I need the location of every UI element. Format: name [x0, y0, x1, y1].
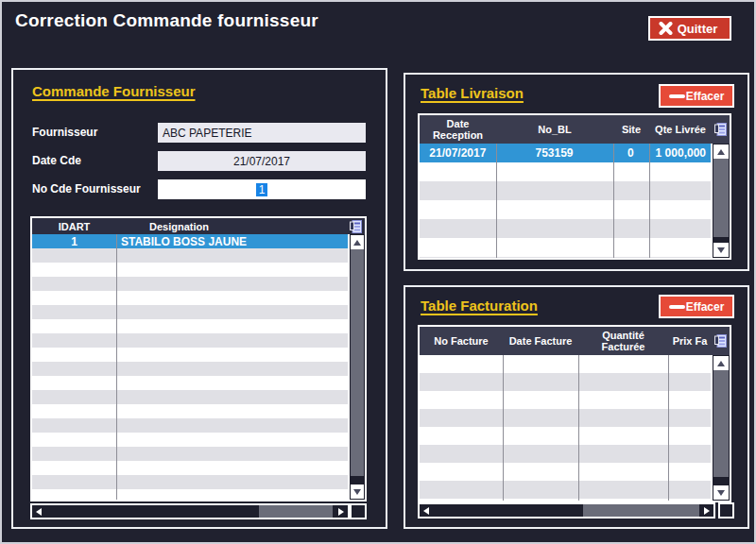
livraison-vertical-scrollbar[interactable]: [711, 144, 730, 258]
arrow-up-icon: [353, 240, 361, 246]
scrollbar-corner: [350, 503, 367, 519]
arrow-right-icon: [338, 508, 344, 516]
scroll-right-button[interactable]: [700, 504, 713, 517]
quit-button[interactable]: Quitter: [648, 16, 731, 41]
scroll-down-button[interactable]: [351, 484, 364, 499]
cell-site: 0: [612, 144, 648, 162]
selected-livraison-row[interactable]: 21/07/2017 753159 0 1 000,000: [420, 144, 711, 162]
commande-table: IDART Designation 1 STABILO BOSS JAUNE: [30, 216, 367, 502]
column-divider: [496, 144, 497, 258]
scroll-left-button[interactable]: [32, 505, 45, 518]
scroll-thumb[interactable]: [583, 504, 699, 517]
no-cde-fournisseur-label: No Cde Fournisseur: [32, 179, 141, 199]
arrow-up-icon: [717, 361, 725, 366]
facturation-horizontal-scrollbar[interactable]: [418, 502, 715, 518]
arrow-left-icon: [36, 508, 42, 516]
commande-horizontal-scrollbar[interactable]: [30, 503, 350, 519]
livraison-table: Date Reception No_BL Site Qte Livrée 21/…: [418, 113, 731, 260]
table-tool-icon[interactable]: [712, 327, 730, 355]
cell-qte-livree: 1 000,000: [648, 144, 711, 162]
facturation-vertical-scrollbar[interactable]: [711, 355, 730, 501]
date-cde-field[interactable]: 21/07/2017: [158, 151, 366, 171]
fournisseur-field[interactable]: ABC PAPETERIE: [158, 123, 366, 143]
column-header-no-bl[interactable]: No_BL: [496, 115, 613, 144]
scrollbar-corner: [718, 502, 734, 518]
selected-article-row[interactable]: 1 STABILO BOSS JAUNE: [32, 234, 348, 248]
scroll-right-button[interactable]: [335, 505, 348, 518]
column-header-idart[interactable]: IDART: [32, 218, 116, 234]
column-divider: [503, 355, 504, 501]
selected-value: 1: [256, 183, 268, 196]
table-livraison-panel: Table Livraison Effacer Date Reception N…: [404, 73, 749, 271]
scroll-thumb[interactable]: [351, 249, 364, 476]
scroll-up-button[interactable]: [713, 356, 729, 370]
scroll-left-button[interactable]: [420, 504, 433, 517]
table-tool-icon[interactable]: [242, 218, 365, 234]
column-divider: [116, 234, 117, 500]
scroll-thumb[interactable]: [713, 370, 729, 477]
column-divider: [578, 355, 579, 501]
commande-table-header: IDART Designation: [32, 218, 365, 234]
livraison-clear-button[interactable]: Effacer: [659, 84, 734, 108]
scroll-thumb[interactable]: [713, 159, 729, 237]
facturation-table-header: No Facture Date Facture Quantité Facturé…: [420, 327, 730, 355]
fournisseur-label: Fournisseur: [32, 123, 97, 143]
clear-button-label: Effacer: [685, 300, 732, 314]
commande-fournisseur-panel: Commande Fournisseur Fournisseur ABC PAP…: [11, 68, 387, 529]
livraison-heading: Table Livraison: [421, 85, 524, 101]
window: Correction Commande fournisseur Quitter …: [0, 0, 756, 544]
minus-icon: [669, 305, 685, 309]
cell-no-bl: 753159: [496, 144, 613, 162]
quit-button-label: Quitter: [673, 22, 730, 36]
commande-heading: Commande Fournisseur: [32, 83, 196, 99]
column-divider: [613, 144, 614, 258]
no-cde-fournisseur-field[interactable]: 1: [158, 179, 366, 199]
arrow-down-icon: [353, 489, 361, 495]
column-header-designation[interactable]: Designation: [116, 218, 242, 234]
cell-designation: STABILO BOSS JAUNE: [116, 234, 348, 248]
column-header-date-facture[interactable]: Date Facture: [503, 327, 578, 355]
scroll-thumb[interactable]: [259, 505, 333, 518]
minus-icon: [669, 94, 685, 98]
arrow-up-icon: [717, 149, 725, 155]
column-divider: [649, 144, 650, 258]
column-header-no-facture[interactable]: No Facture: [420, 327, 503, 355]
livraison-table-header: Date Reception No_BL Site Qte Livrée: [420, 115, 730, 144]
scroll-up-button[interactable]: [351, 235, 364, 249]
cell-idart: 1: [32, 234, 116, 248]
arrow-left-icon: [423, 507, 429, 515]
cell-date-reception: 21/07/2017: [420, 144, 496, 162]
facturation-table: No Facture Date Facture Quantité Facturé…: [418, 325, 731, 502]
date-cde-label: Date Cde: [32, 151, 81, 171]
scroll-up-button[interactable]: [713, 144, 729, 159]
column-divider: [668, 355, 669, 501]
arrow-right-icon: [704, 507, 710, 515]
column-header-prix-facture[interactable]: Prix Fa: [668, 327, 712, 355]
commande-vertical-scrollbar[interactable]: [348, 234, 365, 500]
facturation-table-body[interactable]: [420, 355, 711, 501]
table-facturation-panel: Table Facturation Effacer No Facture Dat…: [404, 285, 749, 529]
scroll-down-button[interactable]: [713, 485, 729, 500]
column-header-quantite-facturee[interactable]: Quantité Facturée: [578, 327, 668, 355]
livraison-table-body[interactable]: 21/07/2017 753159 0 1 000,000: [420, 144, 711, 258]
column-header-date-reception[interactable]: Date Reception: [420, 115, 496, 144]
arrow-down-icon: [717, 247, 725, 253]
commande-table-body[interactable]: 1 STABILO BOSS JAUNE: [32, 234, 348, 500]
column-header-site[interactable]: Site: [613, 115, 649, 144]
close-x-icon: [659, 22, 673, 35]
arrow-down-icon: [717, 490, 725, 496]
column-header-qte-livree[interactable]: Qte Livrée: [649, 115, 712, 144]
table-tool-icon[interactable]: [712, 115, 730, 144]
facturation-heading: Table Facturation: [421, 298, 538, 314]
window-title: Correction Commande fournisseur: [15, 10, 318, 31]
clear-button-label: Effacer: [685, 90, 732, 103]
scroll-down-button[interactable]: [713, 243, 729, 257]
facturation-clear-button[interactable]: Effacer: [659, 295, 734, 318]
